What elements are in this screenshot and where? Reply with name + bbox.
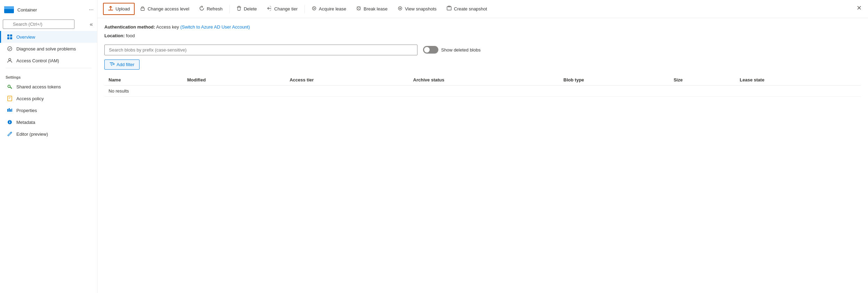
col-lease-state: Lease state <box>735 74 861 86</box>
auth-switch-link[interactable]: (Switch to Azure AD User Account) <box>180 24 250 30</box>
change-access-level-label: Change access level <box>148 6 189 11</box>
sidebar-item-diagnose[interactable]: Diagnose and solve problems <box>0 43 97 55</box>
view-snapshots-icon <box>397 6 403 12</box>
svg-rect-4 <box>10 34 12 37</box>
sidebar-search-row: 🔍 « <box>0 17 97 31</box>
svg-point-8 <box>9 58 11 61</box>
auth-info: Authentication method: Access key (Switc… <box>104 24 861 31</box>
col-name: Name <box>104 74 183 86</box>
sidebar-nav: Overview Diagnose and solve problems <box>0 31 97 66</box>
upload-icon <box>108 6 113 12</box>
sidebar-item-metadata[interactable]: Metadata <box>0 116 97 128</box>
key-icon <box>7 84 13 90</box>
create-snapshot-button[interactable]: Create snapshot <box>442 3 492 15</box>
change-tier-icon <box>266 6 272 12</box>
svg-rect-12 <box>9 108 10 112</box>
svg-rect-18 <box>141 8 144 10</box>
sidebar-item-shared-access-tokens[interactable]: Shared access tokens <box>0 81 97 93</box>
table-body: No results <box>104 85 861 96</box>
search-blobs-input[interactable] <box>104 45 417 55</box>
acquire-lease-button-label: Acquire lease <box>319 6 347 11</box>
more-options-icon[interactable]: ··· <box>89 7 94 13</box>
editor-icon <box>7 131 13 137</box>
table-header: Name Modified Access tier Archive status… <box>104 74 861 86</box>
properties-icon <box>7 107 13 113</box>
sidebar-search-input[interactable] <box>3 19 74 29</box>
col-modified: Modified <box>183 74 285 86</box>
sidebar-item-access-policy[interactable]: Access policy <box>0 93 97 104</box>
container-logo-icon <box>3 4 15 15</box>
col-archive-status: Archive status <box>409 74 559 86</box>
content-area: Authentication method: Access key (Switc… <box>97 18 868 293</box>
settings-section-label: Settings <box>0 70 97 81</box>
acquire-lease-icon <box>311 6 317 12</box>
svg-rect-17 <box>9 122 10 123</box>
sidebar-header: Container ··· <box>0 0 97 17</box>
break-lease-button[interactable]: Break lease <box>351 3 392 15</box>
sidebar-item-overview-label: Overview <box>16 34 35 40</box>
add-filter-icon <box>110 62 114 68</box>
lock-icon <box>140 6 145 12</box>
show-deleted-label: Show deleted blobs <box>441 47 480 53</box>
break-lease-button-label: Break lease <box>364 6 388 11</box>
add-filter-button-label: Add filter <box>117 62 134 67</box>
sidebar-item-properties-label: Properties <box>16 108 37 113</box>
sidebar-item-editor-label: Editor (preview) <box>16 132 48 137</box>
add-filter-button[interactable]: Add filter <box>104 60 140 70</box>
svg-rect-2 <box>4 6 9 9</box>
svg-rect-14 <box>11 109 12 112</box>
upload-button[interactable]: Upload <box>103 3 135 15</box>
change-tier-button[interactable]: Change tier <box>262 3 302 15</box>
view-snapshots-button[interactable]: View snapshots <box>393 3 441 15</box>
svg-point-20 <box>312 7 316 10</box>
svg-point-16 <box>9 121 10 121</box>
refresh-button[interactable]: Refresh <box>194 3 227 15</box>
sidebar-item-access-policy-label: Access policy <box>16 96 44 101</box>
delete-button[interactable]: Delete <box>232 3 262 15</box>
no-results-label: No results <box>104 85 861 96</box>
sidebar-item-iam-label: Access Control (IAM) <box>16 58 59 63</box>
col-access-tier: Access tier <box>285 74 409 86</box>
toolbar-separator-2 <box>304 5 305 13</box>
toolbar-separator-1 <box>229 5 230 13</box>
sidebar-item-shared-access-tokens-label: Shared access tokens <box>16 84 61 89</box>
info-icon <box>7 119 13 125</box>
main-content: Upload Change access level <box>97 0 868 293</box>
show-deleted-row: Show deleted blobs <box>423 46 480 54</box>
break-lease-icon <box>356 6 361 12</box>
blob-table: Name Modified Access tier Archive status… <box>104 74 861 97</box>
refresh-button-label: Refresh <box>207 6 223 11</box>
upload-button-label: Upload <box>116 6 130 11</box>
sidebar-item-editor[interactable]: Editor (preview) <box>0 128 97 140</box>
sidebar-item-properties[interactable]: Properties <box>0 104 97 116</box>
delete-button-label: Delete <box>244 6 257 11</box>
sidebar-item-metadata-label: Metadata <box>16 120 35 125</box>
sidebar-title: Container <box>17 7 37 13</box>
table-row-no-results: No results <box>104 85 861 96</box>
delete-icon <box>236 6 242 12</box>
search-wrapper: 🔍 <box>3 19 87 29</box>
location-info: Location: food <box>104 32 861 40</box>
svg-rect-3 <box>7 34 9 37</box>
sidebar-item-overview[interactable]: Overview <box>0 31 97 43</box>
view-snapshots-button-label: View snapshots <box>405 6 437 11</box>
create-snapshot-icon <box>446 6 452 12</box>
sidebar-item-iam[interactable]: Access Control (IAM) <box>0 55 97 66</box>
toggle-track <box>423 46 438 54</box>
svg-rect-19 <box>237 7 241 8</box>
acquire-lease-button[interactable]: Acquire lease <box>307 3 351 15</box>
svg-rect-6 <box>10 37 12 39</box>
toolbar: Upload Change access level <box>97 0 868 18</box>
svg-rect-11 <box>7 109 8 112</box>
col-size: Size <box>669 74 735 86</box>
close-button[interactable]: ✕ <box>857 5 862 11</box>
diagnose-icon <box>7 46 13 52</box>
sidebar-item-diagnose-label: Diagnose and solve problems <box>16 46 76 52</box>
sidebar-collapse-button[interactable]: « <box>88 20 94 29</box>
show-deleted-toggle[interactable] <box>423 46 438 54</box>
policy-icon <box>7 95 13 102</box>
svg-rect-5 <box>7 37 9 39</box>
change-access-level-button[interactable]: Change access level <box>135 3 194 15</box>
overview-icon <box>7 34 13 40</box>
change-tier-button-label: Change tier <box>274 6 297 11</box>
